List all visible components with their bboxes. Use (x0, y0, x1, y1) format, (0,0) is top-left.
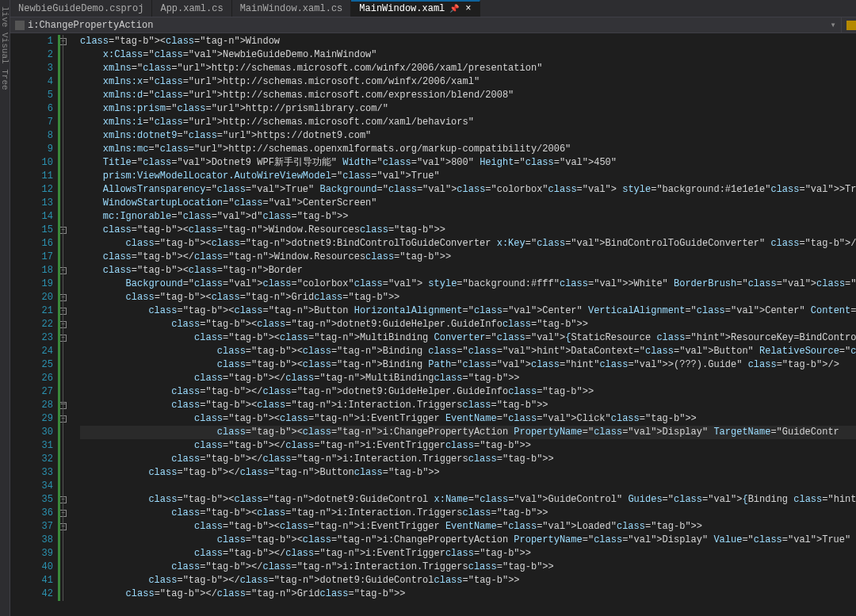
property-icon (846, 21, 856, 30)
tab-label: App.xaml.cs (160, 3, 223, 14)
line-numbers: 1234567891011121314151617181920212223242… (10, 33, 58, 616)
class-icon (15, 21, 25, 30)
close-icon[interactable]: × (465, 3, 471, 14)
tab-label: MainWindow.xaml.cs (240, 3, 343, 14)
tab-label: NewbieGuideDemo.csproj (18, 3, 143, 14)
nav-member[interactable]: PropertyName▾ (842, 17, 856, 33)
tab-csproj[interactable]: NewbieGuideDemo.csproj (10, 0, 152, 17)
fold-column[interactable]: -------+---- (58, 33, 80, 616)
nav-breadcrumb: i:ChangePropertyAction▾ PropertyName▾ ÷ (10, 17, 856, 33)
tab-mainwindow-xaml[interactable]: MainWindow.xaml📌× (351, 0, 480, 17)
document-tabs: NewbieGuideDemo.csproj App.xaml.cs MainW… (10, 0, 856, 17)
chevron-down-icon[interactable]: ▾ (830, 19, 835, 31)
nav-scope[interactable]: i:ChangePropertyAction▾ (10, 17, 842, 33)
tab-mainwindow-xaml-cs[interactable]: MainWindow.xaml.cs (232, 0, 352, 17)
tab-app-xaml-cs[interactable]: App.xaml.cs (152, 0, 231, 17)
live-visual-tree-tool[interactable]: live Visual Tree (0, 0, 10, 616)
code-editor[interactable]: class="tag-b"><class="tag-n">Window x:Cl… (80, 33, 856, 616)
tab-label: MainWindow.xaml (359, 3, 445, 14)
pin-icon[interactable]: 📌 (449, 4, 459, 13)
